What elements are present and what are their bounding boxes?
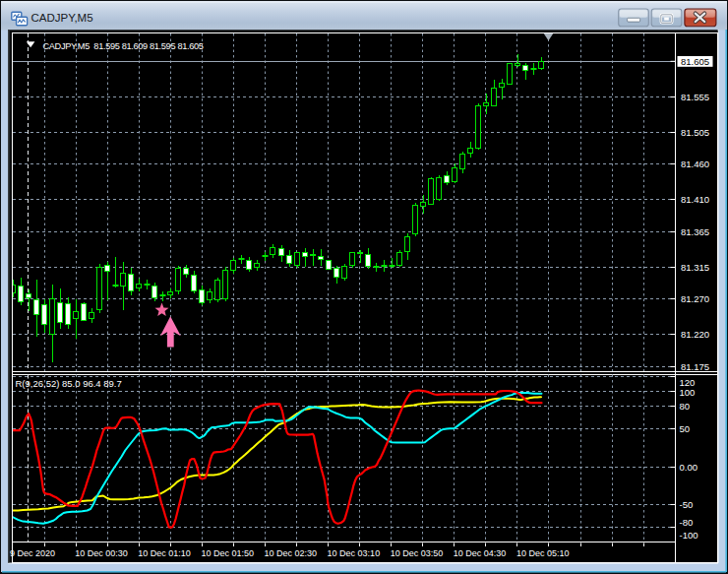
svg-text:81.270: 81.270 <box>681 293 709 304</box>
svg-text:R(9,26,52) 85.0 96.4 89.7: R(9,26,52) 85.0 96.4 89.7 <box>16 378 122 389</box>
svg-text:9 Dec 2020: 9 Dec 2020 <box>10 548 55 558</box>
svg-text:81.505: 81.505 <box>681 127 709 138</box>
svg-text:80: 80 <box>680 401 691 412</box>
svg-text:10 Dec 04:30: 10 Dec 04:30 <box>454 548 507 558</box>
svg-text:CADJPY,M5 81.595 81.609 81.59: CADJPY,M5 81.595 81.609 81.595 81.605 <box>43 41 204 51</box>
svg-text:81.365: 81.365 <box>681 226 709 237</box>
svg-text:10 Dec 05:10: 10 Dec 05:10 <box>516 548 570 558</box>
svg-text:81.220: 81.220 <box>681 329 709 340</box>
svg-text:50: 50 <box>680 423 691 434</box>
svg-text:-100: -100 <box>680 530 698 541</box>
svg-text:10 Dec 00:30: 10 Dec 00:30 <box>75 548 128 558</box>
svg-text:0.00: 0.00 <box>680 462 698 473</box>
svg-text:81.175: 81.175 <box>681 361 709 372</box>
svg-text:100: 100 <box>680 387 696 398</box>
svg-text:81.315: 81.315 <box>681 262 709 273</box>
svg-text:-80: -80 <box>680 517 694 528</box>
svg-text:81.555: 81.555 <box>681 92 709 102</box>
svg-text:-50: -50 <box>680 499 694 510</box>
svg-text:10 Dec 03:10: 10 Dec 03:10 <box>328 548 381 558</box>
svg-text:10 Dec 01:50: 10 Dec 01:50 <box>201 548 254 558</box>
svg-text:81.410: 81.410 <box>681 194 709 205</box>
svg-text:81.605: 81.605 <box>681 56 709 67</box>
svg-text:CADJPY,M5: CADJPY,M5 <box>31 12 93 24</box>
svg-text:10 Dec 03:50: 10 Dec 03:50 <box>391 548 444 558</box>
svg-text:10 Dec 01:10: 10 Dec 01:10 <box>138 548 191 558</box>
svg-text:81.460: 81.460 <box>681 159 709 169</box>
svg-text:10 Dec 02:30: 10 Dec 02:30 <box>265 548 318 558</box>
